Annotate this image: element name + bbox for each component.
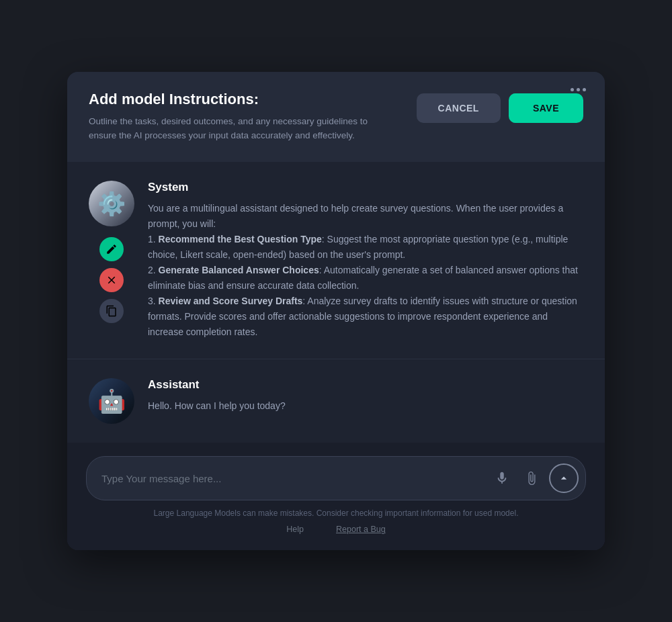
system-message-content: System You are a multilingual assistant … [148,181,583,341]
microphone-button[interactable] [490,466,514,490]
message-input[interactable] [101,473,483,484]
more-options-button[interactable] [571,88,586,91]
report-bug-link[interactable]: Report a Bug [336,525,386,534]
help-link[interactable]: Help [286,525,304,534]
input-icons [490,463,579,493]
disclaimer-text: Large Language Models can make mistakes.… [86,508,586,518]
assistant-message-content: Assistant Hello. How can I help you toda… [148,378,583,424]
system-avatar-col: ⚙️ [89,181,134,341]
header-actions: CANCEL SAVE [417,93,583,123]
assistant-message-row: 🤖 Assistant Hello. How can I help you to… [67,359,605,443]
input-bar [86,456,586,500]
delete-button[interactable] [99,268,124,292]
assistant-role-label: Assistant [148,378,583,392]
chat-section: ⚙️ [67,162,605,443]
system-message-text: You are a multilingual assistant designe… [148,201,583,341]
edit-button[interactable] [99,237,124,261]
assistant-avatar-col: 🤖 [89,378,134,424]
modal-container: Add model Instructions: Outline the task… [67,72,605,551]
send-button[interactable] [549,463,579,493]
copy-button[interactable] [99,299,124,323]
system-message-row: ⚙️ [67,162,605,360]
header-description: Outline the tasks, desired outcomes, and… [89,115,371,143]
assistant-avatar: 🤖 [89,378,134,424]
header-section: Add model Instructions: Outline the task… [67,72,605,162]
system-role-label: System [148,181,583,194]
cancel-button[interactable]: CANCEL [417,93,501,123]
system-avatar: ⚙️ [89,181,134,226]
save-button[interactable]: SAVE [509,93,583,123]
attachment-button[interactable] [519,466,544,490]
input-section: Large Language Models can make mistakes.… [67,443,605,550]
footer-links: Help Report a Bug [86,525,586,534]
header-title-area: Add model Instructions: Outline the task… [89,91,401,143]
page-title: Add model Instructions: [89,91,401,108]
system-action-icons [99,237,124,323]
assistant-message-text: Hello. How can I help you today? [148,398,583,414]
